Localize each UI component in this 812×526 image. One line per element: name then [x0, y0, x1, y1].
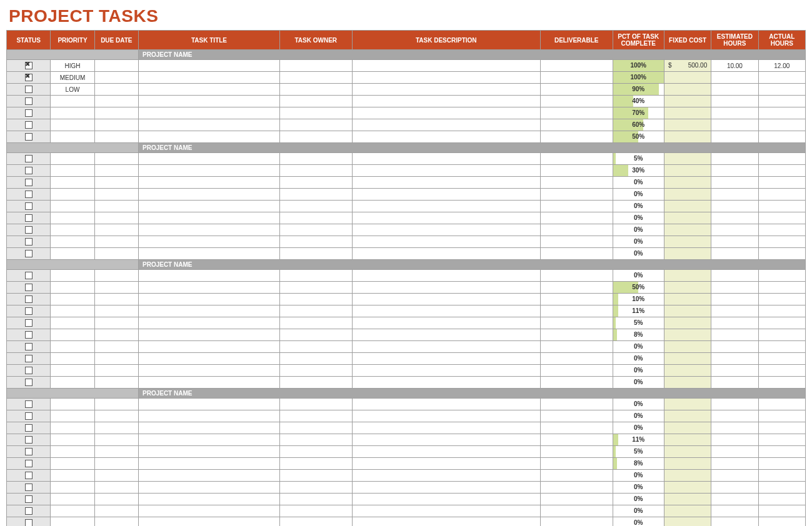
actual-hours-cell[interactable]: [758, 482, 805, 494]
status-checkbox[interactable]: [25, 155, 33, 162]
pct-complete-cell[interactable]: 100%: [613, 60, 664, 72]
deliverable-cell[interactable]: [540, 458, 613, 470]
status-checkbox[interactable]: [25, 250, 33, 257]
fixed-cost-cell[interactable]: [664, 434, 711, 446]
status-checkbox[interactable]: [25, 424, 33, 432]
priority-cell[interactable]: [51, 446, 94, 458]
deliverable-cell[interactable]: [540, 353, 613, 365]
status-cell[interactable]: [7, 341, 51, 353]
task-owner-cell[interactable]: [280, 494, 353, 505]
priority-cell[interactable]: [51, 270, 94, 282]
deliverable-cell[interactable]: [540, 517, 613, 527]
pct-complete-cell[interactable]: 40%: [613, 96, 664, 107]
fixed-cost-cell[interactable]: [664, 165, 711, 177]
fixed-cost-cell[interactable]: [664, 505, 711, 517]
status-cell[interactable]: [7, 72, 51, 84]
due-date-cell[interactable]: [94, 517, 138, 527]
status-cell[interactable]: [7, 177, 51, 189]
status-cell[interactable]: [7, 353, 51, 365]
task-desc-cell[interactable]: [352, 494, 540, 505]
fixed-cost-cell[interactable]: [664, 422, 711, 434]
due-date-cell[interactable]: [94, 248, 138, 260]
fixed-cost-cell[interactable]: [664, 341, 711, 353]
due-date-cell[interactable]: [94, 341, 138, 353]
task-desc-cell[interactable]: [352, 72, 540, 84]
status-checkbox[interactable]: [25, 179, 33, 186]
task-owner-cell[interactable]: [280, 270, 353, 282]
deliverable-cell[interactable]: [540, 212, 613, 224]
actual-hours-cell[interactable]: [758, 72, 805, 84]
task-title-cell[interactable]: [138, 294, 279, 305]
pct-complete-cell[interactable]: 50%: [613, 131, 664, 143]
status-checkbox[interactable]: [25, 121, 33, 129]
task-title-cell[interactable]: [138, 236, 279, 248]
due-date-cell[interactable]: [94, 317, 138, 329]
priority-cell[interactable]: [51, 434, 94, 446]
estimated-hours-cell[interactable]: [711, 165, 758, 177]
status-checkbox[interactable]: [25, 448, 33, 455]
actual-hours-cell[interactable]: [758, 317, 805, 329]
status-cell[interactable]: [7, 248, 51, 260]
task-desc-cell[interactable]: [352, 119, 540, 131]
actual-hours-cell[interactable]: [758, 212, 805, 224]
status-checkbox[interactable]: [25, 238, 33, 246]
task-desc-cell[interactable]: [352, 482, 540, 494]
estimated-hours-cell[interactable]: [711, 422, 758, 434]
task-title-cell[interactable]: [138, 329, 279, 341]
deliverable-cell[interactable]: [540, 305, 613, 317]
task-title-cell[interactable]: [138, 410, 279, 422]
task-owner-cell[interactable]: [280, 377, 353, 389]
task-owner-cell[interactable]: [280, 60, 353, 72]
due-date-cell[interactable]: [94, 270, 138, 282]
status-cell[interactable]: [7, 446, 51, 458]
status-cell[interactable]: [7, 119, 51, 131]
task-owner-cell[interactable]: [280, 410, 353, 422]
task-title-cell[interactable]: [138, 305, 279, 317]
due-date-cell[interactable]: [94, 294, 138, 305]
status-checkbox[interactable]: [25, 460, 33, 467]
priority-cell[interactable]: [51, 294, 94, 305]
due-date-cell[interactable]: [94, 434, 138, 446]
due-date-cell[interactable]: [94, 84, 138, 96]
task-title-cell[interactable]: [138, 446, 279, 458]
pct-complete-cell[interactable]: 0%: [613, 482, 664, 494]
actual-hours-cell[interactable]: [758, 270, 805, 282]
estimated-hours-cell[interactable]: [711, 365, 758, 377]
estimated-hours-cell[interactable]: [711, 494, 758, 505]
pct-complete-cell[interactable]: 0%: [613, 341, 664, 353]
task-title-cell[interactable]: [138, 165, 279, 177]
priority-cell[interactable]: [51, 236, 94, 248]
pct-complete-cell[interactable]: 0%: [613, 270, 664, 282]
deliverable-cell[interactable]: [540, 505, 613, 517]
status-cell[interactable]: [7, 212, 51, 224]
task-title-cell[interactable]: [138, 470, 279, 482]
task-owner-cell[interactable]: [280, 458, 353, 470]
task-owner-cell[interactable]: [280, 72, 353, 84]
pct-complete-cell[interactable]: 0%: [613, 177, 664, 189]
estimated-hours-cell[interactable]: [711, 153, 758, 165]
estimated-hours-cell[interactable]: [711, 470, 758, 482]
priority-cell[interactable]: [51, 165, 94, 177]
task-desc-cell[interactable]: [352, 131, 540, 143]
task-owner-cell[interactable]: [280, 305, 353, 317]
priority-cell[interactable]: [51, 282, 94, 294]
priority-cell[interactable]: [51, 353, 94, 365]
status-checkbox[interactable]: [25, 62, 33, 69]
status-checkbox[interactable]: [25, 272, 33, 279]
pct-complete-cell[interactable]: 100%: [613, 72, 664, 84]
task-owner-cell[interactable]: [280, 84, 353, 96]
estimated-hours-cell[interactable]: [711, 84, 758, 96]
fixed-cost-cell[interactable]: [664, 201, 711, 212]
task-owner-cell[interactable]: [280, 329, 353, 341]
actual-hours-cell[interactable]: [758, 294, 805, 305]
task-desc-cell[interactable]: [352, 282, 540, 294]
actual-hours-cell[interactable]: [758, 236, 805, 248]
actual-hours-cell[interactable]: [758, 165, 805, 177]
estimated-hours-cell[interactable]: [711, 131, 758, 143]
estimated-hours-cell[interactable]: [711, 434, 758, 446]
task-owner-cell[interactable]: [280, 248, 353, 260]
task-desc-cell[interactable]: [352, 270, 540, 282]
status-checkbox[interactable]: [25, 133, 33, 141]
task-owner-cell[interactable]: [280, 517, 353, 527]
deliverable-cell[interactable]: [540, 434, 613, 446]
